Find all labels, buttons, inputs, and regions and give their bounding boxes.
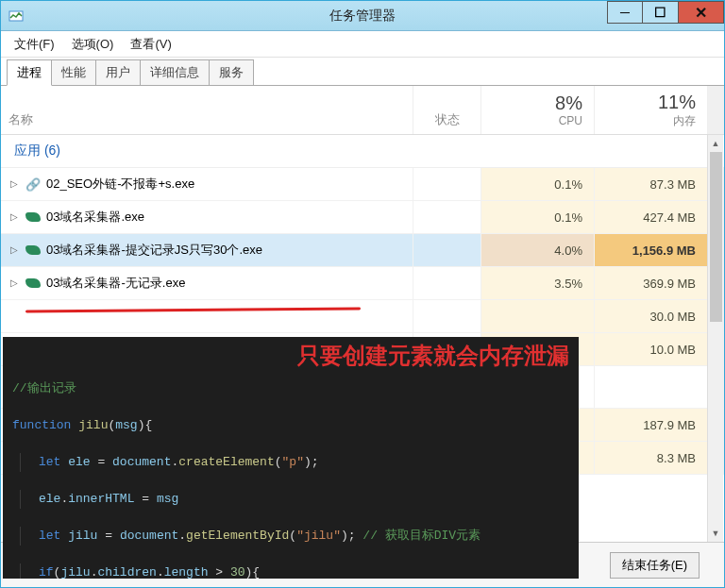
menu-options[interactable]: 选项(O) — [64, 32, 122, 57]
col-mem-header[interactable]: 11% 内存 — [594, 86, 707, 134]
mem-cell: 369.9 MB — [594, 267, 707, 299]
cpu-total-pct: 8% — [555, 92, 582, 114]
mem-cell: 187.9 MB — [594, 409, 707, 441]
scroll-down-icon[interactable]: ▼ — [708, 525, 723, 542]
vertical-scrollbar[interactable]: ▲ ▼ — [707, 135, 723, 542]
cpu-cell: 3.5% — [481, 267, 594, 299]
cpu-cell: 4.0% — [481, 234, 594, 266]
process-name: 02_SEO外链-不报毒+s.exe — [46, 176, 194, 193]
mem-cell: 87.3 MB — [594, 168, 707, 200]
scroll-up-icon[interactable]: ▲ — [708, 135, 723, 152]
link-icon — [25, 176, 41, 192]
mem-cell: 1,156.9 MB — [594, 234, 707, 266]
tab-details[interactable]: 详细信息 — [140, 59, 210, 85]
table-row[interactable]: ▷03域名采集器-无记录.exe 3.5% 369.9 MB — [1, 267, 724, 300]
process-name: 03域名采集器-无记录.exe — [46, 275, 185, 292]
process-name: 03域名采集器-提交记录JS只写30个.exe — [46, 242, 262, 259]
table-row[interactable]: ▷03域名采集器.exe 0.1% 427.4 MB — [1, 201, 724, 234]
menu-view[interactable]: 查看(V) — [123, 32, 178, 57]
tab-processes[interactable]: 进程 — [7, 59, 52, 86]
col-name-header[interactable]: 名称 — [1, 86, 413, 134]
column-headers: 名称 状态 8% CPU 11% 内存 — [1, 86, 724, 135]
group-apps[interactable]: 应用 (6) — [1, 135, 724, 168]
scroll-thumb[interactable] — [710, 152, 722, 322]
expand-icon[interactable]: ▷ — [10, 245, 20, 255]
cpu-cell — [481, 300, 594, 332]
tab-performance[interactable]: 性能 — [51, 59, 96, 85]
titlebar[interactable]: 任务管理器 ─ ☐ ✕ — [1, 1, 724, 31]
tab-services[interactable]: 服务 — [209, 59, 254, 85]
menu-file[interactable]: 文件(F) — [7, 32, 62, 57]
maximize-button[interactable]: ☐ — [643, 1, 679, 24]
table-row[interactable]: ▷02_SEO外链-不报毒+s.exe 0.1% 87.3 MB — [1, 168, 724, 201]
cpu-cell: 0.1% — [481, 201, 594, 233]
mem-cell: 10.0 MB — [594, 333, 707, 365]
close-button[interactable]: ✕ — [679, 1, 724, 24]
cpu-label: CPU — [559, 114, 582, 127]
end-task-button[interactable]: 结束任务(E) — [610, 552, 700, 579]
tab-users[interactable]: 用户 — [95, 59, 141, 85]
annotation-banner: 只要创建元素就会内存泄漏 — [297, 339, 569, 373]
expand-icon[interactable]: ▷ — [10, 179, 20, 189]
process-name: 03域名采集器.exe — [46, 209, 144, 226]
table-row[interactable]: 30.0 MB — [1, 300, 724, 333]
cpu-cell: 0.1% — [481, 168, 594, 200]
col-status-header[interactable]: 状态 — [413, 86, 481, 134]
code-overlay: 只要创建元素就会内存泄漏 //输出记录 function jilu(msg){ … — [3, 337, 579, 579]
mem-cell: 427.4 MB — [594, 201, 707, 233]
minimize-button[interactable]: ─ — [607, 1, 643, 24]
app-icon — [25, 278, 41, 288]
table-row-selected[interactable]: ▷03域名采集器-提交记录JS只写30个.exe 4.0% 1,156.9 MB — [1, 234, 724, 267]
menubar: 文件(F) 选项(O) 查看(V) — [1, 31, 724, 58]
app-icon — [25, 245, 41, 255]
scroll-gutter — [707, 86, 724, 134]
expand-icon[interactable]: ▷ — [10, 278, 20, 288]
mem-label: 内存 — [673, 113, 696, 129]
mem-cell: 8.3 MB — [594, 442, 707, 474]
col-cpu-header[interactable]: 8% CPU — [481, 86, 594, 134]
mem-cell: 30.0 MB — [594, 300, 707, 332]
expand-icon[interactable]: ▷ — [10, 212, 20, 222]
mem-total-pct: 11% — [658, 92, 696, 113]
app-icon — [25, 212, 41, 222]
tabbar: 进程 性能 用户 详细信息 服务 — [1, 58, 724, 86]
